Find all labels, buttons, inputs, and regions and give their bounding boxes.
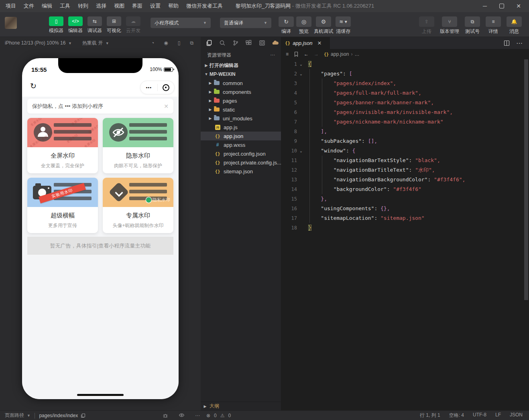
forward-icon[interactable]: → (314, 51, 319, 57)
menu-item-设置[interactable]: 设置 (150, 2, 161, 10)
multi-window-icon[interactable]: ⧉ (190, 40, 193, 46)
code-line[interactable]: 14 "backgroundColor": "#f3f4f6" (281, 185, 523, 194)
bug-icon[interactable]: ⚙ (316, 16, 331, 27)
minimize-button[interactable]: ─ (479, 2, 490, 10)
code-line[interactable]: 15 }, (281, 194, 523, 204)
tree-item-static[interactable]: ▶static (201, 105, 281, 114)
more-icon[interactable]: ⋯ (195, 413, 200, 418)
status-item[interactable]: JSON (510, 412, 523, 419)
device-selector[interactable]: iPhone 12/13 (Pro) 100% 16 ▼ (0, 40, 72, 46)
outline-section[interactable]: ▶ 大纲 (201, 402, 281, 410)
menu-item-帮助[interactable]: 帮助 (168, 2, 179, 10)
code-editor[interactable]: 1⌄{2⌄ "pages": [3 "pages/index/index",4 … (281, 59, 523, 400)
code-line[interactable]: 6 "pages/invisible-mark/invisible-mark", (281, 108, 523, 117)
menu-icon[interactable]: ≡ (486, 16, 501, 27)
compile-mode-dropdown[interactable]: 普通编译 ▼ (220, 18, 271, 28)
action-清缓存[interactable]: ≋ ▾清缓存 (336, 16, 351, 35)
action-真机调试[interactable]: ⚙真机调试 (314, 16, 333, 35)
action-消息[interactable]: 🔔消息 (507, 16, 522, 35)
bookmark-icon[interactable] (294, 51, 299, 57)
fold-icon[interactable]: ⌄ (297, 69, 305, 79)
code-line[interactable]: 1⌄{ (281, 59, 523, 69)
ad-placeholder[interactable]: 暂无广告，具体指引|查看小程序流量主功能 (27, 237, 173, 255)
problems-indicator[interactable]: ⊗0 ⚠0 (206, 413, 231, 418)
tree-item-project.config.json[interactable]: {}project.config.json (201, 149, 281, 158)
files-icon[interactable] (206, 40, 212, 46)
back-icon[interactable]: ← (304, 51, 309, 57)
record-icon[interactable]: ◉ (164, 40, 168, 46)
menu-item-工具[interactable]: 工具 (60, 2, 70, 10)
source-control-icon[interactable] (232, 40, 239, 46)
layers-icon[interactable]: ≋ ▾ (336, 16, 351, 27)
code-line[interactable]: 3 "pages/index/index", (281, 79, 523, 88)
refresh-icon[interactable]: ↻ (30, 81, 37, 91)
code-line[interactable]: 8 ], (281, 127, 523, 136)
menu-item-微信开发者工具[interactable]: 微信开发者工具 (186, 2, 223, 10)
code-line[interactable]: 18} (281, 223, 523, 233)
close-icon[interactable]: ✕ (164, 103, 169, 110)
device-icon[interactable]: ▯ (178, 40, 181, 46)
tree-section-MP-WEIXIN[interactable]: ▼MP-WEIXIN (201, 70, 281, 79)
split-editor-icon[interactable] (504, 40, 510, 46)
list-icon[interactable]: ≡ (286, 51, 289, 57)
menu-item-界面[interactable]: 界面 (132, 2, 142, 10)
code-line[interactable]: 5 "pages/banner-mark/banner-mark", (281, 98, 523, 108)
code-line[interactable]: 16 "usingComponents": {}, (281, 204, 523, 213)
close-circle-icon[interactable] (158, 84, 175, 91)
user-avatar[interactable] (5, 17, 17, 29)
close-tab-icon[interactable]: ✕ (317, 40, 321, 46)
menu-item-编辑[interactable]: 编辑 (42, 2, 52, 10)
mode-button-编辑器[interactable]: </>编辑器 (68, 16, 83, 34)
tree-item-pages[interactable]: ▶pages (201, 96, 281, 105)
search-icon[interactable] (219, 40, 226, 46)
maximize-button[interactable] (496, 2, 507, 10)
page-path-label[interactable]: 页面路径 (5, 412, 24, 419)
tree-item-app.json[interactable]: {}app.json (201, 132, 281, 140)
fold-icon[interactable]: ⌄ (297, 146, 305, 156)
tree-section-打开的编辑器[interactable]: ▶打开的编辑器 (201, 61, 281, 70)
action-预览[interactable]: ◎预览 (296, 16, 311, 35)
eye-icon[interactable] (179, 413, 185, 418)
menu-item-视图[interactable]: 视图 (114, 2, 124, 10)
cloud-icon[interactable] (272, 40, 279, 46)
miniprogram-capsule[interactable]: ••• (140, 81, 175, 94)
tree-item-uni_modules[interactable]: ▶uni_modules (201, 114, 281, 123)
menu-item-选择[interactable]: 选择 (96, 2, 106, 10)
vconsole-icon[interactable] (163, 413, 168, 418)
extensions-icon[interactable] (246, 40, 252, 46)
card-超级横幅[interactable]: 实验用水印超级横幅更多用于宣传 (27, 178, 98, 233)
action-详情[interactable]: ≡详情 (486, 16, 501, 35)
breadcrumb[interactable]: {} app.json › … (324, 51, 359, 57)
tree-item-app.wxss[interactable]: #app.wxss (201, 140, 281, 149)
code-line[interactable]: 4 "pages/full-mark/full-mark", (281, 88, 523, 98)
card-全屏水印[interactable]: 全屏水印全屏水印全屏水印全屏水印全屏水印全屏水印全屏水印全屏水印全文覆盖，完全保… (27, 118, 98, 173)
scrollbar-thumb[interactable] (524, 59, 528, 300)
external-icon[interactable]: ⧉ (465, 16, 480, 27)
editor-scrollbar[interactable] (523, 59, 529, 400)
program-mode-dropdown[interactable]: 小程序模式 ▼ (151, 18, 211, 28)
tree-item-common[interactable]: ▶common (201, 79, 281, 87)
mode-button-调试器[interactable]: ⇆调试器 (87, 16, 102, 34)
tab-app-json[interactable]: {} app.json ✕ (281, 37, 330, 49)
hot-reload-toggle[interactable]: 热重载 开 ▼ (72, 40, 109, 47)
code-line[interactable]: 7 "pages/nickname-mark/nickname-mark" (281, 117, 523, 127)
fold-icon[interactable]: ⌄ (297, 59, 305, 69)
code-line[interactable]: 9 "subPackages": [], (281, 136, 523, 146)
restart-icon[interactable]: ◔ (151, 40, 154, 46)
eye-icon[interactable]: ◎ (296, 16, 311, 27)
more-dots-icon[interactable]: ••• (140, 85, 157, 90)
status-item[interactable]: UTF-8 (473, 412, 486, 419)
copy-icon[interactable] (81, 413, 85, 418)
refresh-icon[interactable]: ↻ (279, 16, 294, 27)
action-编译[interactable]: ↻编译 (279, 16, 294, 35)
bell-icon[interactable]: 🔔 (507, 16, 522, 27)
code-line[interactable]: 13 "navigationBarBackgroundColor": "#f3f… (281, 175, 523, 185)
action-版本管理[interactable]: ⑂版本管理 (440, 16, 459, 35)
close-button[interactable]: ✕ (513, 2, 524, 10)
menu-item-转到[interactable]: 转到 (78, 2, 88, 10)
mode-button-模拟器[interactable]: ▯模拟器 (49, 16, 63, 34)
menu-item-项目[interactable]: 项目 (6, 2, 16, 10)
window-icon[interactable] (259, 40, 265, 46)
more-actions-icon[interactable]: ⋯ (270, 52, 275, 58)
menu-item-文件[interactable]: 文件 (24, 2, 34, 10)
